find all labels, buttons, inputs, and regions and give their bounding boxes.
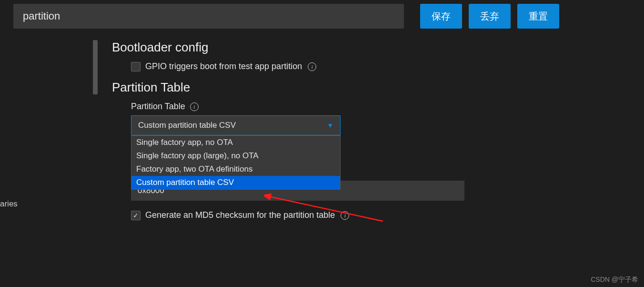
select-value: Custom partition table CSV <box>138 121 236 130</box>
info-icon[interactable] <box>341 211 349 220</box>
search-input[interactable] <box>13 4 404 29</box>
partition-table-select[interactable]: Custom partition table CSV ▼ <box>131 115 341 135</box>
save-button[interactable]: 保存 <box>420 4 462 29</box>
dropdown-option[interactable]: Single factory app (large), no OTA <box>131 149 340 163</box>
gpio-test-label: GPIO triggers boot from test app partiti… <box>145 62 302 72</box>
sidebar-item-fragment: aries <box>0 199 18 209</box>
section-header-bootloader: Bootloader config <box>112 40 644 55</box>
dropdown-option-selected[interactable]: Custom partition table CSV <box>131 176 340 189</box>
dropdown-option[interactable]: Single factory app, no OTA <box>131 136 340 149</box>
dropdown-option[interactable]: Factory app, two OTA definitions <box>131 163 340 176</box>
partition-table-dropdown: Single factory app, no OTA Single factor… <box>131 135 341 190</box>
reset-button[interactable]: 重置 <box>517 4 559 29</box>
gpio-test-checkbox[interactable] <box>131 62 141 72</box>
info-icon[interactable] <box>308 62 316 71</box>
info-icon[interactable] <box>190 102 199 111</box>
md5-label: Generate an MD5 checksum for the partiti… <box>145 210 335 220</box>
partition-select-label: Partition Table <box>131 102 185 112</box>
watermark: CSDN @宁子希 <box>591 276 638 284</box>
main-panel: Bootloader config GPIO triggers boot fro… <box>93 40 644 287</box>
section-header-partition: Partition Table <box>112 80 644 95</box>
discard-button[interactable]: 丢弃 <box>469 4 511 29</box>
md5-checkbox[interactable] <box>131 211 141 220</box>
chevron-down-icon: ▼ <box>327 122 333 129</box>
